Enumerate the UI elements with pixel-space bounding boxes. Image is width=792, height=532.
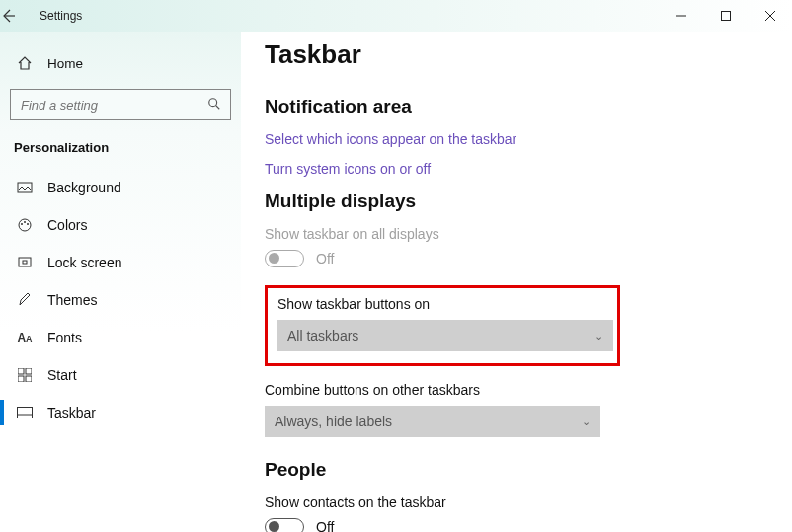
sidebar-item-label: Taskbar [47,405,96,420]
start-icon [16,368,34,382]
label-show-all-displays: Show taskbar on all displays [265,226,792,242]
dropdown-buttons-on[interactable]: All taskbars ⌄ [277,320,613,351]
label-buttons-on: Show taskbar buttons on [277,296,607,312]
titlebar: Settings [0,0,792,32]
svg-rect-15 [18,376,24,382]
toggle-show-all-displays[interactable]: Off [265,250,792,267]
svg-rect-6 [18,183,32,192]
section-people: People Show contacts on the taskbar Off … [265,459,792,532]
search-wrap [10,89,231,120]
dropdown-value: All taskbars [287,328,358,343]
search-input[interactable] [10,89,231,120]
sidebar-home[interactable]: Home [0,45,241,81]
section-heading: Multiple displays [265,190,792,212]
close-button[interactable] [748,0,792,32]
section-notification-area: Notification area Select which icons app… [265,96,792,177]
minimize-button[interactable] [659,0,703,32]
label-combine: Combine buttons on other taskbars [265,382,792,398]
sidebar-item-label: Themes [47,292,98,308]
label-contacts: Show contacts on the taskbar [265,494,792,510]
picture-icon [16,180,34,195]
section-heading: Notification area [265,96,792,117]
toggle-contacts[interactable]: Off [265,518,792,532]
sidebar: Home Personalization Background Colors L… [0,32,241,532]
sidebar-item-label: Fonts [47,330,82,345]
sidebar-item-taskbar[interactable]: Taskbar [0,394,241,431]
taskbar-icon [16,407,34,418]
svg-rect-16 [26,376,32,382]
svg-rect-14 [26,368,32,374]
window-title: Settings [40,9,82,23]
palette-icon [16,217,34,233]
toggle-state: Off [316,519,334,532]
svg-rect-13 [18,368,24,374]
search-icon [207,97,221,111]
chevron-down-icon: ⌄ [594,330,603,342]
maximize-button[interactable] [703,0,748,32]
sidebar-item-lockscreen[interactable]: Lock screen [0,244,241,281]
svg-point-9 [24,221,26,223]
toggle-switch[interactable] [265,518,304,532]
sidebar-item-label: Start [47,367,77,383]
fonts-icon: AA [16,331,34,344]
svg-rect-1 [721,12,730,21]
svg-rect-17 [18,408,33,418]
sidebar-item-label: Background [47,180,121,195]
page-title: Taskbar [265,39,792,70]
section-multiple-displays: Multiple displays Show taskbar on all di… [265,190,792,437]
sidebar-item-fonts[interactable]: AA Fonts [0,319,241,356]
sidebar-item-themes[interactable]: Themes [0,281,241,319]
toggle-switch[interactable] [265,250,304,267]
sidebar-item-label: Lock screen [47,255,121,270]
brush-icon [16,292,34,308]
svg-point-10 [27,223,29,225]
link-system-icons[interactable]: Turn system icons on or off [265,161,792,177]
section-heading: People [265,459,792,481]
toggle-state: Off [316,251,334,266]
arrow-left-icon [0,8,16,24]
sidebar-item-label: Colors [47,217,87,233]
svg-point-7 [19,219,31,231]
sidebar-item-colors[interactable]: Colors [0,206,241,244]
content: Taskbar Notification area Select which i… [241,32,792,532]
back-button[interactable] [0,8,40,24]
link-select-icons[interactable]: Select which icons appear on the taskbar [265,131,792,147]
svg-rect-12 [23,261,27,264]
chevron-down-icon: ⌄ [582,416,591,428]
sidebar-category: Personalization [0,134,241,169]
svg-line-5 [216,106,220,110]
dropdown-combine[interactable]: Always, hide labels ⌄ [265,406,600,437]
window-controls [659,0,792,32]
sidebar-item-start[interactable]: Start [0,356,241,394]
svg-point-8 [21,223,23,225]
svg-point-4 [209,99,217,107]
sidebar-home-label: Home [47,56,83,71]
dropdown-value: Always, hide labels [275,414,392,429]
home-icon [16,55,34,71]
svg-rect-11 [19,258,31,266]
lock-icon [16,255,34,270]
sidebar-item-background[interactable]: Background [0,169,241,206]
highlight-box: Show taskbar buttons on All taskbars ⌄ [265,285,620,366]
